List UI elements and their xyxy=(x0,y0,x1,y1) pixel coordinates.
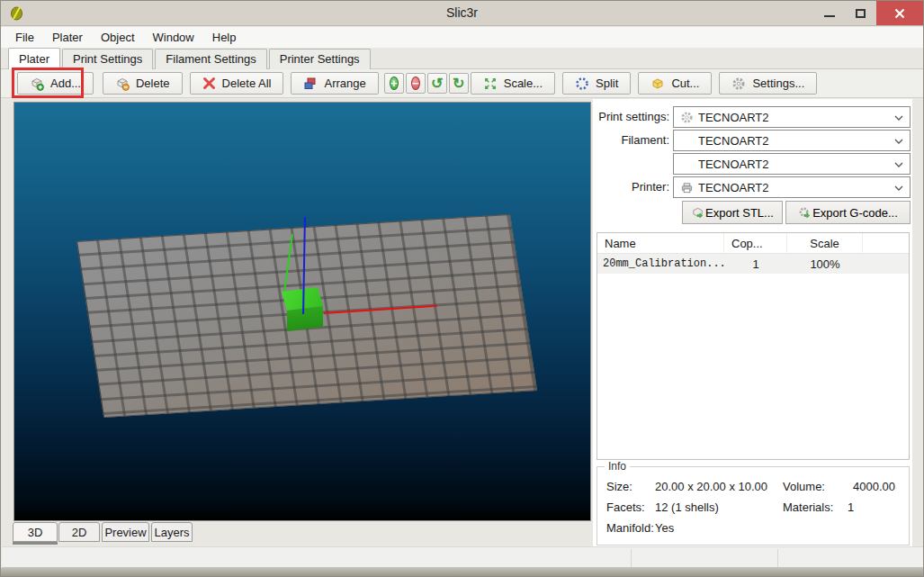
add-object-icon xyxy=(30,77,44,91)
rotate-cw-button[interactable]: ↻ xyxy=(449,73,469,94)
volume-label: Volume: xyxy=(783,480,825,493)
delete-button-label: Delete xyxy=(136,77,170,90)
tab-2d[interactable]: 2D xyxy=(58,522,100,542)
status-bar-divider xyxy=(631,549,632,567)
gear-icon xyxy=(678,111,695,124)
facets-label: Facets: xyxy=(606,500,645,514)
menu-file[interactable]: File xyxy=(6,29,43,46)
printer-value: TECNOART2 xyxy=(698,181,769,194)
plus-icon: + xyxy=(390,77,399,90)
delete-button[interactable]: Delete xyxy=(103,72,183,95)
maximize-icon xyxy=(856,9,866,18)
add-button[interactable]: Add... xyxy=(17,72,94,95)
materials-value: 1 xyxy=(848,500,854,514)
split-icon xyxy=(575,77,589,91)
active-view-tab-indicator xyxy=(13,542,58,545)
increase-copies-button[interactable]: + xyxy=(384,73,404,94)
printer-icon xyxy=(678,181,695,194)
toolbar: Add... Delete Delete All Arrange xyxy=(1,68,923,98)
menu-bar: File Plater Object Window Help xyxy=(1,27,923,48)
object-scale-cell: 100% xyxy=(787,257,863,271)
settings-button[interactable]: Settings... xyxy=(719,72,817,95)
split-button[interactable]: Split xyxy=(562,72,631,95)
rotate-ccw-button[interactable]: ↺ xyxy=(427,73,447,94)
info-group-box: Info Size: 20.00 x 20.00 x 10.00 Volume:… xyxy=(597,466,910,545)
printer-label: Printer: xyxy=(593,176,669,198)
table-row[interactable]: 20mm_Calibration... 1 100% xyxy=(597,254,909,274)
delete-all-icon xyxy=(202,77,216,90)
object-copies-cell: 1 xyxy=(724,257,787,271)
delete-all-button[interactable]: Delete All xyxy=(190,72,284,95)
column-header-name[interactable]: Name xyxy=(597,233,724,254)
info-group-title: Info xyxy=(605,460,630,473)
manifold-value: Yes xyxy=(655,521,674,535)
export-gcode-icon xyxy=(798,206,812,220)
chevron-down-icon xyxy=(894,185,903,191)
export-gcode-button[interactable]: Export G-code... xyxy=(785,201,911,224)
rotate-cw-icon: ↻ xyxy=(453,77,464,91)
tab-3d[interactable]: 3D xyxy=(13,522,58,542)
tab-filament-settings[interactable]: Filament Settings xyxy=(155,49,266,69)
filament-row-1: Filament: TECNOART2 xyxy=(593,130,912,151)
arrange-button[interactable]: Arrange xyxy=(291,72,378,95)
print-settings-dropdown[interactable]: TECNOART2 xyxy=(673,106,911,128)
menu-help[interactable]: Help xyxy=(203,29,246,46)
filament-label: Filament: xyxy=(593,130,669,151)
tab-plater[interactable]: Plater xyxy=(8,48,60,69)
gear-icon xyxy=(731,77,746,91)
filament-value-2: TECNOART2 xyxy=(698,158,769,171)
manifold-label: Manifold: xyxy=(606,521,654,535)
maximize-button[interactable] xyxy=(845,1,876,25)
cut-button[interactable]: Cut... xyxy=(638,72,712,95)
chevron-down-icon xyxy=(894,139,903,144)
window-controls xyxy=(813,1,923,25)
table-header-row: Name Cop... Scale xyxy=(597,233,909,254)
filament-dropdown-2[interactable]: TECNOART2 xyxy=(673,153,911,175)
object-name-cell: 20mm_Calibration... xyxy=(597,257,724,270)
tab-preview[interactable]: Preview xyxy=(102,522,149,542)
filament-row-2: TECNOART2 xyxy=(593,153,912,175)
export-gcode-label: Export G-code... xyxy=(812,206,898,220)
tab-printer-settings[interactable]: Printer Settings xyxy=(269,49,371,69)
settings-button-label: Settings... xyxy=(752,77,804,90)
export-stl-button[interactable]: Export STL... xyxy=(682,201,783,224)
printer-dropdown[interactable]: TECNOART2 xyxy=(673,176,911,198)
close-icon xyxy=(894,8,905,19)
close-button[interactable] xyxy=(876,1,923,25)
rotate-ccw-icon: ↺ xyxy=(431,77,443,91)
column-header-scale[interactable]: Scale xyxy=(787,233,863,254)
chevron-down-icon xyxy=(894,162,903,167)
cut-icon xyxy=(650,77,665,91)
tab-layers[interactable]: Layers xyxy=(151,522,193,542)
minimize-button[interactable] xyxy=(813,1,845,25)
chevron-down-icon xyxy=(894,115,903,121)
minus-icon: − xyxy=(411,77,420,90)
settings-tabs: Plater Print Settings Filament Settings … xyxy=(8,48,372,69)
facets-value: 12 (1 shells) xyxy=(655,500,719,514)
filament-dropdown-1[interactable]: TECNOART2 xyxy=(673,130,911,151)
app-window: Slic3r File Plater Object Window Help Pl… xyxy=(0,0,924,577)
print-settings-value: TECNOART2 xyxy=(698,111,769,124)
export-stl-label: Export STL... xyxy=(705,206,774,220)
arrange-icon xyxy=(303,77,318,91)
split-button-label: Split xyxy=(596,77,618,90)
print-settings-row: Print settings: TECNOART2 xyxy=(593,106,912,128)
menu-object[interactable]: Object xyxy=(92,29,144,46)
window-title: Slic3r xyxy=(1,5,923,20)
materials-label: Materials: xyxy=(783,500,833,514)
scale-button[interactable]: Scale... xyxy=(471,72,555,95)
viewport-3d[interactable] xyxy=(13,102,591,521)
right-panel: Print settings: TECNOART2 Filament: TECN… xyxy=(593,99,912,546)
size-value: 20.00 x 20.00 x 10.00 xyxy=(655,480,767,493)
title-bar[interactable]: Slic3r xyxy=(1,1,923,26)
filament-value-1: TECNOART2 xyxy=(698,134,769,148)
menu-plater[interactable]: Plater xyxy=(43,29,92,46)
delete-object-icon xyxy=(115,77,130,91)
menu-window[interactable]: Window xyxy=(144,29,203,46)
column-header-copies[interactable]: Cop... xyxy=(724,233,787,254)
printer-row: Printer: TECNOART2 xyxy=(593,176,912,198)
tab-print-settings[interactable]: Print Settings xyxy=(62,49,153,69)
scale-button-label: Scale... xyxy=(504,77,543,90)
decrease-copies-button[interactable]: − xyxy=(406,73,426,94)
object-list-table[interactable]: Name Cop... Scale 20mm_Calibration... 1 … xyxy=(597,232,910,460)
